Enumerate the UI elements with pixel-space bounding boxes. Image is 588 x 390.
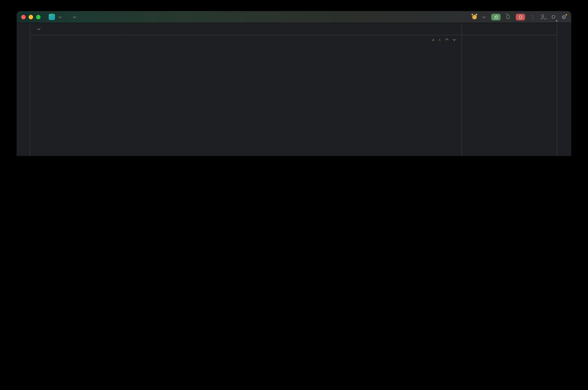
weak-warning-icon: ⚠ xyxy=(438,37,441,42)
code-editor[interactable]: ⚠ ⚠ xyxy=(126,35,461,156)
warning-icon: ⚠ xyxy=(432,37,435,42)
close-window-button[interactable] xyxy=(21,15,26,19)
editor-panel: ⚠ ⚠ xyxy=(126,23,461,156)
editor-tab-bar xyxy=(126,23,461,35)
project-logo xyxy=(49,14,55,20)
maven-toolbar xyxy=(462,35,557,46)
chevron-down-icon xyxy=(58,15,62,19)
ide-window: ⋮ + ⚙ ⚠ ⚠ xyxy=(17,11,571,156)
code-with-me-button[interactable]: + xyxy=(540,14,546,19)
screenshot-stage: ⋮ + ⚙ ⚠ ⚠ xyxy=(0,0,588,156)
zoom-window-button[interactable] xyxy=(36,15,41,19)
chevron-down-icon xyxy=(36,27,41,32)
chevron-down-icon xyxy=(481,15,486,19)
minimize-window-button[interactable] xyxy=(29,15,33,19)
maven-tree xyxy=(462,46,557,47)
maven-panel-header xyxy=(462,23,557,35)
chevron-down-icon xyxy=(72,15,77,19)
debug-button[interactable] xyxy=(505,14,511,19)
right-tool-strip xyxy=(557,23,571,156)
stop-button[interactable] xyxy=(516,13,525,20)
prev-problem-button[interactable] xyxy=(444,37,449,42)
next-problem-button[interactable] xyxy=(452,37,457,42)
tomcat-icon xyxy=(472,15,476,19)
inspections-widget[interactable]: ⚠ ⚠ xyxy=(432,37,457,42)
run-configuration-select[interactable] xyxy=(471,14,486,19)
settings-button[interactable]: ⚙ xyxy=(561,14,567,19)
project-panel xyxy=(30,23,126,156)
search-everywhere-button[interactable] xyxy=(551,14,556,19)
more-actions-button[interactable]: ⋮ xyxy=(530,14,535,19)
maven-panel xyxy=(462,23,557,156)
project-panel-header[interactable] xyxy=(30,23,126,35)
project-tree xyxy=(30,35,126,37)
rerun-button[interactable] xyxy=(491,13,501,20)
left-tool-strip xyxy=(17,23,30,156)
titlebar: ⋮ + ⚙ xyxy=(17,11,571,23)
